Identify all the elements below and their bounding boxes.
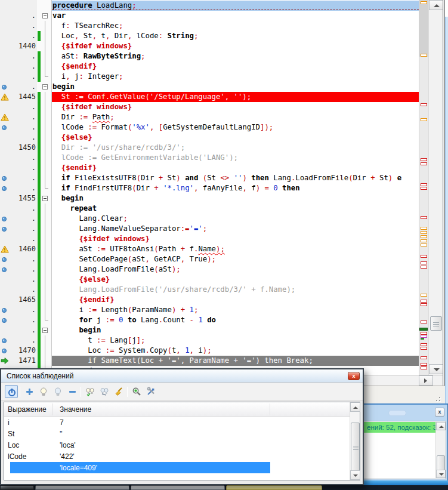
watch-list-header[interactable]: Выражение Значение — [4, 402, 350, 417]
resize-grip-icon[interactable] — [436, 400, 437, 401]
scroll-thumb[interactable] — [351, 423, 360, 473]
line-number[interactable]: . — [10, 254, 36, 264]
editor-vertical-scrollbar[interactable] — [428, 0, 443, 375]
line-number[interactable]: . — [10, 325, 36, 335]
line-number[interactable]: . — [10, 21, 36, 31]
add-watch-button[interactable] — [23, 385, 36, 398]
breakpoint-dot-icon[interactable] — [1, 225, 10, 233]
line-number[interactable]: . — [10, 315, 36, 325]
column-header-expression[interactable]: Выражение — [8, 405, 47, 414]
breakpoint-dot-icon[interactable] — [1, 124, 10, 131]
breakpoint-dot-icon[interactable] — [1, 83, 10, 91]
warning-icon[interactable] — [1, 245, 10, 253]
inspect-button[interactable] — [130, 385, 143, 398]
delete-all-button[interactable] — [112, 385, 125, 398]
fold-toggle[interactable] — [42, 11, 51, 21]
line-number[interactable]: . — [10, 122, 36, 132]
properties-button[interactable] — [144, 385, 157, 398]
line-number[interactable]: . — [10, 132, 36, 143]
breakpoint-dot-icon[interactable] — [1, 347, 10, 355]
resize-grip-icon[interactable] — [439, 400, 440, 401]
fold-toggle[interactable] — [42, 82, 51, 92]
line-number[interactable]: . — [10, 51, 36, 61]
scroll-down-button[interactable] — [429, 364, 443, 374]
line-number[interactable]: . — [10, 31, 36, 41]
breakpoint-dot-icon[interactable] — [1, 184, 10, 192]
breakpoint-dot-icon[interactable] — [1, 266, 10, 273]
fold-toggle[interactable] — [42, 325, 51, 335]
fold-toggle[interactable] — [42, 193, 51, 204]
watch-title-bar[interactable]: Список наблюдений x — [1, 369, 363, 383]
line-number[interactable]: . — [10, 224, 36, 234]
watch-row[interactable]: t'locale=409' — [4, 462, 350, 473]
messages-close-button[interactable]: x — [435, 408, 444, 417]
breakpoint-dot-icon[interactable] — [1, 306, 10, 314]
warning-icon[interactable] — [1, 113, 10, 121]
taskbar-button[interactable] — [226, 485, 322, 490]
remove-watch-button[interactable] — [66, 385, 79, 398]
line-number[interactable]: . — [10, 305, 36, 315]
scroll-up-button[interactable] — [436, 422, 446, 430]
line-number[interactable]: 1450 — [10, 143, 36, 153]
line-number[interactable]: . — [10, 183, 36, 193]
line-number[interactable]: . — [10, 214, 36, 224]
disable-watch-button[interactable] — [51, 385, 64, 398]
line-number[interactable]: 1471 — [10, 356, 36, 366]
line-number[interactable]: 1440 — [10, 41, 36, 51]
watch-close-button[interactable]: x — [348, 372, 360, 380]
warning-icon[interactable] — [1, 93, 10, 101]
messages-scrollbar[interactable] — [435, 422, 445, 478]
watch-row[interactable]: i7 — [4, 417, 350, 428]
taskbar-button[interactable] — [0, 485, 34, 490]
watch-list[interactable]: Выражение Значение i7St''Loc'loca'lCode'… — [4, 402, 360, 480]
code-editor[interactable]: procedure LoadLang;.var. f: TSearchRec;.… — [0, 0, 419, 375]
line-number[interactable]: . — [10, 102, 36, 112]
scroll-up-button[interactable] — [350, 402, 360, 412]
line-number[interactable]: . — [10, 275, 36, 285]
line-number[interactable]: . — [10, 173, 36, 183]
line-number[interactable]: . — [10, 285, 36, 295]
line-number[interactable]: 1460 — [10, 244, 36, 254]
breakpoint-dot-icon[interactable] — [1, 337, 10, 344]
scroll-up-button[interactable] — [429, 0, 443, 10]
line-number[interactable]: . — [10, 72, 36, 82]
line-number[interactable]: 1470 — [10, 346, 36, 356]
breakpoint-dot-icon[interactable] — [1, 255, 10, 263]
breakpoint-dot-icon[interactable] — [1, 174, 10, 182]
line-number[interactable]: . — [10, 153, 36, 163]
power-button[interactable] — [5, 385, 18, 398]
line-number[interactable]: . — [10, 204, 36, 214]
taskbar-button[interactable] — [131, 485, 225, 490]
watch-row[interactable]: lCode'422' — [4, 451, 350, 462]
watch-row[interactable]: St'' — [4, 428, 350, 439]
taskbar-button[interactable] — [35, 485, 129, 490]
line-number[interactable]: 1445 — [10, 92, 36, 102]
breakpoint-dot-icon[interactable] — [1, 215, 10, 223]
line-number[interactable]: 1465 — [10, 295, 36, 305]
breakpoint-dot-icon[interactable] — [1, 316, 10, 324]
watch-row[interactable]: Loc'loca' — [4, 439, 350, 451]
column-separator[interactable] — [270, 403, 270, 415]
watch-scrollbar[interactable] — [350, 402, 360, 480]
execution-arrow-icon[interactable] — [1, 357, 10, 365]
line-number[interactable]: . — [10, 335, 36, 346]
scroll-right-button[interactable] — [419, 375, 433, 386]
line-number[interactable]: . — [10, 82, 36, 92]
enable-all-button[interactable] — [84, 385, 97, 398]
scroll-thumb[interactable] — [430, 316, 442, 331]
line-number[interactable]: . — [10, 264, 36, 275]
scroll-down-button[interactable] — [436, 470, 446, 478]
column-separator[interactable] — [52, 403, 53, 415]
scroll-down-button[interactable] — [350, 470, 360, 480]
line-number[interactable]: . — [10, 112, 36, 122]
line-number[interactable]: . — [10, 163, 36, 173]
line-number[interactable] — [10, 1, 36, 11]
line-number[interactable]: . — [10, 11, 36, 21]
line-number[interactable]: . — [10, 234, 36, 244]
enable-watch-button[interactable] — [37, 385, 50, 398]
resize-grip-icon[interactable] — [439, 397, 440, 398]
disable-all-button[interactable] — [98, 385, 111, 398]
line-number[interactable]: 1455 — [10, 193, 36, 204]
scroll-thumb[interactable] — [437, 455, 445, 471]
column-header-value[interactable]: Значение — [60, 405, 91, 414]
